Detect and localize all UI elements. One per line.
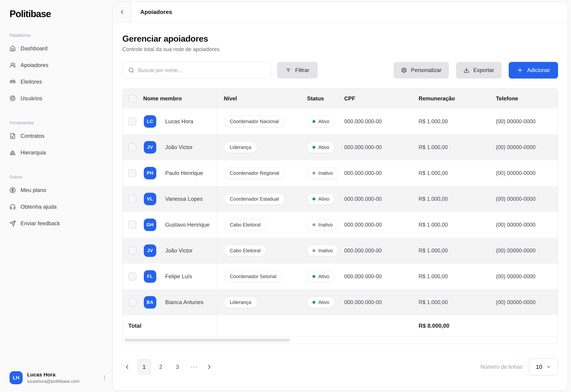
table-row[interactable]: BA Bianca Antunes Liderança Ativo 000.00… <box>123 289 558 315</box>
headphones-icon <box>10 204 16 210</box>
row-checkbox[interactable] <box>128 117 136 126</box>
column-header: Telefone <box>489 89 558 109</box>
row-checkbox[interactable] <box>128 298 136 306</box>
remuneration-value: R$ 1.000,00 <box>412 289 489 315</box>
add-button[interactable]: Adicionar <box>509 62 558 79</box>
download-icon <box>464 67 469 73</box>
supporters-table: Nome membro Nível Status CPF Remuneração… <box>122 88 558 344</box>
filter-button[interactable]: Filtrar <box>277 62 318 79</box>
row-checkbox[interactable] <box>128 247 136 255</box>
table-row[interactable]: PH Paulo Henrique Coordenador Regional I… <box>123 160 558 186</box>
kebab-menu-icon[interactable] <box>102 375 107 380</box>
pagination-page-3[interactable]: 3 <box>171 359 184 375</box>
sidebar-item-dashboard[interactable]: Dashboard <box>10 40 104 57</box>
phone-value: (00) 00000-0000 <box>489 109 558 134</box>
phone-value: (00) 00000-0000 <box>489 264 558 289</box>
table-row[interactable]: VL Vanessa Lopes Coordenador Estadual At… <box>123 186 558 212</box>
sidebar-item-apoiadores[interactable]: Apoiadores <box>10 57 104 73</box>
search-icon <box>128 67 134 73</box>
export-button[interactable]: Exportar <box>456 62 502 79</box>
level-badge: Coordenador Estadual <box>224 193 285 205</box>
politibase-logo: Politibase <box>10 8 104 19</box>
sidebar-item-label: Eleitores <box>20 79 42 85</box>
phone-value: (00) 00000-0000 <box>489 160 558 186</box>
horizontal-scrollbar-thumb[interactable] <box>124 338 290 342</box>
chevron-left-icon <box>124 364 131 370</box>
customize-button[interactable]: Personalizar <box>394 62 449 79</box>
member-avatar: GH <box>144 219 156 231</box>
status-dot <box>312 275 316 278</box>
pagination-page-2[interactable]: 2 <box>154 359 167 375</box>
sidebar-item-obtenha-ajuda[interactable]: Obtenha ajuda <box>10 198 104 215</box>
sidebar-item-label: Enviar feedback <box>20 220 60 227</box>
row-checkbox[interactable] <box>128 195 136 203</box>
member-name: João Victor <box>165 144 193 150</box>
rows-per-page-select[interactable]: 10 <box>529 358 558 376</box>
sidebar-item-meu-plano[interactable]: Meu plano <box>10 182 104 198</box>
page-title: Gerenciar apoiadores <box>122 34 558 43</box>
sidebar-item-contratos[interactable]: Contratos <box>10 128 104 144</box>
row-checkbox[interactable] <box>128 272 136 280</box>
cpf-value: 000.000.000-00 <box>338 264 412 289</box>
level-badge: Cabo Eleitoral <box>224 219 267 231</box>
sidebar-item-hierarquia[interactable]: Hierarquia <box>10 144 104 161</box>
cpf-value: 000.000.000-00 <box>338 238 412 264</box>
sidebar-item-enviar-feedback[interactable]: Enviar feedback <box>10 215 104 232</box>
phone-value: (00) 00000-0000 <box>489 289 558 315</box>
user-menu[interactable]: LH Lucas Hora lucashora@politibase.com <box>10 371 107 384</box>
member-name: Felipe Luís <box>165 273 192 280</box>
chevron-right-icon <box>206 364 213 370</box>
status-badge: Ativo <box>307 193 335 205</box>
column-header: Status <box>301 89 338 109</box>
member-name: Bianca Antunes <box>165 299 203 306</box>
remuneration-value: R$ 1.000,00 <box>412 160 489 186</box>
remuneration-value: R$ 1.000,00 <box>412 212 489 238</box>
column-header: Nome membro <box>143 96 182 102</box>
table-row[interactable]: JV João Victor Liderança Ativo 000.000.0… <box>123 134 558 160</box>
table-row[interactable]: FL Felipe Luís Coordenador Setorial Ativ… <box>123 264 558 289</box>
status-badge: Ativo <box>307 271 335 282</box>
member-avatar: VL <box>144 193 156 205</box>
column-header: Nível <box>217 89 301 109</box>
cpf-value: 000.000.000-00 <box>338 109 412 134</box>
user-email: lucashora@politibase.com <box>27 379 102 384</box>
fingerprint-icon <box>10 95 16 102</box>
remuneration-value: R$ 1.000,00 <box>412 134 489 160</box>
pagination-page-1[interactable]: 1 <box>137 359 151 375</box>
sidebar-item-label: Obtenha ajuda <box>20 204 57 210</box>
cpf-value: 000.000.000-00 <box>338 186 412 212</box>
search-input[interactable] <box>138 67 271 73</box>
sidebar-section-plataforma: Plataforma <box>10 33 104 38</box>
status-dot <box>312 249 316 252</box>
pagination-next-button[interactable] <box>202 359 216 375</box>
remuneration-value: R$ 1.000,00 <box>412 109 489 134</box>
pagination-prev-button[interactable] <box>123 359 132 375</box>
table-row[interactable]: JV João Victor Cabo Eleitoral Inativo 00… <box>123 238 558 264</box>
member-avatar: BA <box>144 296 156 308</box>
sidebar-item-eleitores[interactable]: Eleitores <box>10 73 104 90</box>
table-row[interactable]: LC Lucas Hora Coordenador Nacional Ativo… <box>123 109 558 134</box>
sidebar-item-label: Meu plano <box>20 187 46 193</box>
home-icon <box>10 45 16 52</box>
rows-per-page-value: 10 <box>536 364 542 370</box>
sidebar-item-label: Contratos <box>20 133 44 139</box>
select-all-checkbox[interactable] <box>128 95 136 103</box>
row-checkbox[interactable] <box>128 143 136 151</box>
user-name: Lucas Hora <box>27 372 102 378</box>
sidebar-item-usuarios[interactable]: Usuários <box>10 90 104 107</box>
user-avatar: LH <box>10 371 23 384</box>
status-dot <box>312 223 316 226</box>
sidebar-item-label: Apoiadores <box>20 62 48 68</box>
remuneration-value: R$ 1.000,00 <box>412 186 489 212</box>
status-badge: Inativo <box>307 245 338 256</box>
sidebar-item-label: Usuários <box>20 95 42 102</box>
table-header-row: Nome membro Nível Status CPF Remuneração… <box>123 89 558 109</box>
page-subtitle: Controle total da sua rede de apoiadores… <box>122 46 558 52</box>
member-name: João Victor <box>165 248 193 254</box>
row-checkbox[interactable] <box>128 221 136 229</box>
member-avatar: LC <box>144 115 156 128</box>
table-row[interactable]: GH Gustavo Henrique Cabo Eleitoral Inati… <box>123 212 558 238</box>
row-checkbox[interactable] <box>128 169 136 177</box>
back-button[interactable] <box>113 2 132 22</box>
column-header: Remuneração <box>412 89 489 109</box>
